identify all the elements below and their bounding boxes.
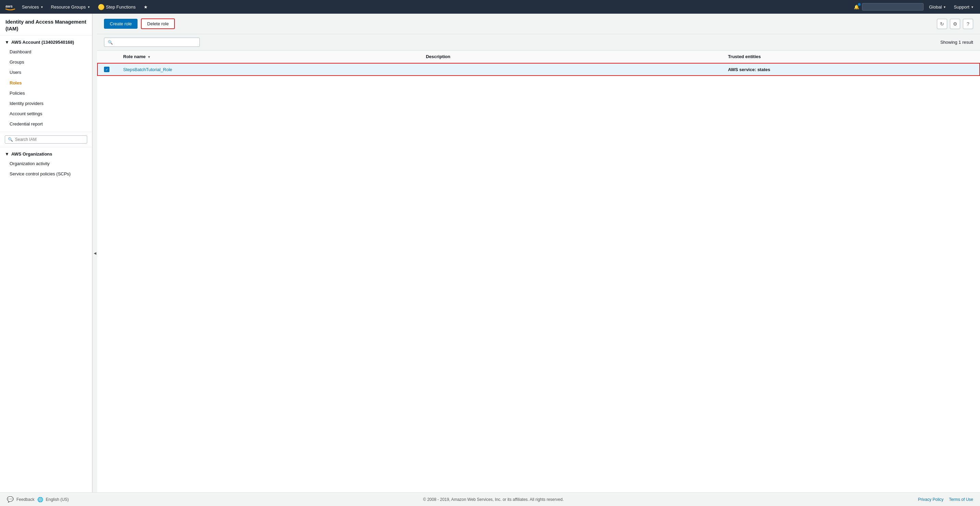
table-body: ✓ StepsBatchTutorial_Role AWS service: s…: [97, 63, 980, 76]
sidebar-search-box[interactable]: 🔍: [5, 135, 87, 144]
table-head: Role name ▾ Description Trusted entities: [97, 51, 980, 63]
support-chevron-icon: ▾: [972, 5, 973, 9]
aws-orgs-triangle-icon: ▼: [5, 151, 9, 157]
nav-pin[interactable]: ★: [141, 5, 151, 10]
sidebar-search-input[interactable]: [15, 137, 84, 142]
aws-organizations-section: ▼ AWS Organizations Organization activit…: [0, 148, 92, 181]
nav-services[interactable]: Services ▾: [19, 5, 46, 10]
delete-role-button[interactable]: Delete role: [141, 19, 175, 29]
sidebar-search-area: 🔍: [0, 132, 92, 148]
row-checkbox-checked[interactable]: ✓: [104, 67, 110, 72]
header-checkbox[interactable]: [97, 51, 116, 63]
notification-badge: [858, 3, 861, 6]
header-trusted-entities[interactable]: Trusted entities: [721, 51, 980, 63]
role-name-cell[interactable]: StepsBatchTutorial_Role: [116, 63, 419, 76]
sidebar-item-account-settings[interactable]: Account settings: [0, 109, 92, 119]
roles-table: Role name ▾ Description Trusted entities: [97, 51, 980, 76]
sidebar-item-credential-report[interactable]: Credential report: [0, 119, 92, 129]
sidebar-item-users[interactable]: Users: [0, 67, 92, 78]
footer: 💬 Feedback 🌐 English (US) © 2008 - 2019,…: [0, 492, 980, 506]
sort-icon: ▾: [148, 55, 150, 59]
language-label: English (US): [46, 497, 69, 502]
privacy-policy-link[interactable]: Privacy Policy: [918, 497, 944, 502]
table-header-row: Role name ▾ Description Trusted entities: [97, 51, 980, 63]
role-search-icon: 🔍: [108, 40, 113, 45]
main-layout: Identity and Access Management (IAM) ▼ A…: [0, 14, 980, 492]
terms-of-use-link[interactable]: Terms of Use: [949, 497, 973, 502]
role-search-input[interactable]: StepsBatch: [115, 40, 196, 45]
role-description-cell: [419, 63, 721, 76]
role-name-link[interactable]: StepsBatchTutorial_Role: [123, 67, 172, 72]
sidebar-item-groups[interactable]: Groups: [0, 57, 92, 67]
nav-support[interactable]: Support ▾: [951, 5, 976, 10]
pin-icon: ★: [144, 5, 148, 10]
services-chevron-icon: ▾: [41, 5, 43, 9]
create-role-button[interactable]: Create role: [104, 19, 137, 29]
sidebar-item-roles[interactable]: Roles: [0, 78, 92, 88]
role-search-box[interactable]: 🔍 StepsBatch: [104, 38, 200, 47]
resource-groups-chevron-icon: ▾: [88, 5, 90, 9]
aws-account-section-header[interactable]: ▼ AWS Account (134029540168): [0, 38, 92, 47]
footer-copyright: © 2008 - 2019, Amazon Web Services, Inc.…: [69, 497, 918, 502]
sidebar-item-org-activity[interactable]: Organization activity: [0, 159, 92, 169]
header-role-name[interactable]: Role name ▾: [116, 51, 419, 63]
refresh-icon: ↻: [940, 21, 944, 27]
global-chevron-icon: ▾: [944, 5, 945, 9]
footer-links: Privacy Policy Terms of Use: [918, 497, 973, 502]
refresh-button[interactable]: ↻: [937, 19, 947, 29]
content-toolbar: Create role Delete role ↻ ⚙ ?: [97, 14, 980, 34]
globe-icon: 🌐: [37, 497, 43, 502]
table-row[interactable]: ✓ StepsBatchTutorial_Role AWS service: s…: [97, 63, 980, 76]
table-search-row: 🔍 StepsBatch Showing 1 result: [97, 34, 980, 51]
feedback-label: Feedback: [16, 497, 35, 502]
sidebar-title: Identity and Access Management (IAM): [5, 19, 86, 32]
global-search-input[interactable]: [862, 3, 924, 11]
notifications-icon[interactable]: 🔔: [854, 5, 859, 10]
role-trusted-entities-cell: AWS service: states: [721, 63, 980, 76]
sidebar-search-icon: 🔍: [8, 137, 13, 142]
nav-right-section: 🔔 Global ▾ Support ▾: [854, 3, 976, 11]
toolbar-icons: ↻ ⚙ ?: [937, 19, 973, 29]
feedback-section[interactable]: 💬 Feedback 🌐 English (US): [7, 496, 69, 503]
settings-button[interactable]: ⚙: [950, 19, 960, 29]
nav-resource-groups[interactable]: Resource Groups ▾: [48, 5, 92, 10]
result-count: Showing 1 result: [940, 40, 973, 45]
svg-text:aws: aws: [5, 4, 13, 8]
top-navigation: aws Services ▾ Resource Groups ▾ 🟡 Step …: [0, 0, 980, 14]
sidebar-item-scps[interactable]: Service control policies (SCPs): [0, 169, 92, 179]
nav-global[interactable]: Global ▾: [926, 5, 948, 10]
nav-step-functions[interactable]: 🟡 Step Functions: [95, 4, 138, 10]
gear-icon: ⚙: [953, 21, 958, 27]
aws-organizations-section-header[interactable]: ▼ AWS Organizations: [0, 149, 92, 159]
sidebar-item-dashboard[interactable]: Dashboard: [0, 47, 92, 57]
help-icon: ?: [967, 21, 969, 27]
aws-account-triangle-icon: ▼: [5, 40, 9, 45]
sidebar: Identity and Access Management (IAM) ▼ A…: [0, 14, 92, 492]
aws-account-section: ▼ AWS Account (134029540168) Dashboard G…: [0, 36, 92, 132]
feedback-icon: 💬: [7, 496, 14, 503]
trusted-entity-value: AWS service: states: [728, 67, 770, 72]
row-checkbox-cell[interactable]: ✓: [97, 63, 116, 76]
table-area: 🔍 StepsBatch Showing 1 result Role name …: [97, 34, 980, 492]
sidebar-header: Identity and Access Management (IAM): [0, 14, 92, 36]
sidebar-item-identity-providers[interactable]: Identity providers: [0, 98, 92, 109]
header-description[interactable]: Description: [419, 51, 721, 63]
sidebar-item-policies[interactable]: Policies: [0, 88, 92, 98]
sidebar-collapse-toggle[interactable]: ◀: [92, 14, 97, 492]
help-button[interactable]: ?: [963, 19, 973, 29]
aws-logo[interactable]: aws: [4, 2, 16, 12]
main-content: Create role Delete role ↻ ⚙ ? 🔍 Step: [97, 14, 980, 492]
